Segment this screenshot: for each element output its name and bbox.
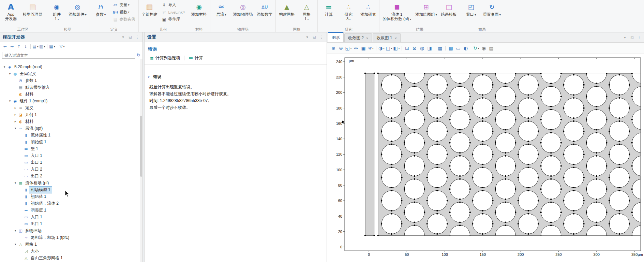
ribbon-button[interactable]: =计算 [319, 1, 338, 17]
expander-icon[interactable]: ▸ [13, 120, 18, 123]
ribbon-button[interactable]: ≈层流▾ [212, 1, 231, 18]
error-section-header[interactable]: ▾ 错误 [148, 74, 323, 80]
close-icon[interactable]: × [366, 36, 368, 40]
close-icon[interactable]: × [394, 36, 396, 40]
zoom-box-button[interactable]: ◱▾ [345, 44, 352, 52]
ribbon-button[interactable]: ▦全部构建 [140, 1, 159, 17]
collapse-all-button[interactable]: ▤▾ [32, 43, 39, 50]
tree-item[interactable]: ▬润湿壁 1 [0, 207, 140, 214]
zoom-in-button[interactable]: ⊕ [330, 44, 337, 52]
ribbon-button[interactable]: ⊞添加绘图组▾ [414, 1, 439, 18]
plot-canvas[interactable]: 0501001502002503003500204060801001201401… [327, 54, 644, 262]
pan-button[interactable]: ↔ [352, 44, 360, 52]
tree-item[interactable]: ▭出口 1 [0, 159, 140, 166]
ribbon-button[interactable]: ◰窗口▾ [462, 1, 481, 18]
tree-item[interactable]: ▾◫多物理场 [0, 227, 140, 234]
ribbon-button[interactable]: ◉添加材料 [190, 1, 209, 17]
tree-item[interactable]: ▬壁 1 [0, 145, 140, 152]
ribbon-button[interactable]: ⇄LiveLink▾ [160, 9, 186, 16]
tree-item[interactable]: ▾◈5.20.mph (root) [0, 63, 140, 70]
tree-item[interactable]: ▸◐材料 [0, 118, 140, 125]
ribbon-button[interactable]: ▣零件库 [160, 16, 186, 23]
tree-item[interactable]: ▤默认模型输入 [0, 84, 140, 91]
show-grid-button[interactable]: ▩ [447, 44, 454, 52]
ribbon-button[interactable]: ∴添加研究 [359, 1, 378, 17]
expander-icon[interactable]: ▸ [13, 113, 18, 116]
graphics-tab[interactable]: 图形 [328, 32, 344, 42]
tree-item[interactable]: ▮相场模型 1 [0, 186, 140, 193]
menu-button[interactable]: ⋮ [135, 35, 140, 39]
ribbon-button[interactable]: f(x)函数▾ [111, 9, 137, 16]
expander-icon[interactable]: ▾ [13, 243, 18, 246]
move-down-button[interactable]: ↓ [22, 43, 29, 50]
tree-item[interactable]: ▮初始值 1 [0, 139, 140, 145]
appearance-button[interactable]: ◑▾ [378, 44, 385, 52]
nav-back-button[interactable]: ← [2, 43, 9, 50]
tree-item[interactable]: ▾◍全局定义 [0, 70, 140, 77]
tree-item[interactable]: ◿大小 [0, 248, 140, 254]
ribbon-button[interactable]: ⇩导入 [160, 1, 186, 9]
ribbon-button[interactable]: a=变量▾ [111, 1, 137, 9]
image-layers-button[interactable]: ◫▾ [385, 44, 393, 52]
collapse-button[interactable]: ▾ [121, 35, 125, 39]
tree-item[interactable]: ◐材料 [0, 91, 140, 98]
select-button[interactable]: ⊡ [403, 44, 411, 52]
graphics-tab[interactable]: 收敛图 1× [373, 33, 400, 42]
expander-icon[interactable]: ▾ [13, 181, 18, 185]
tree-scrollbar[interactable] [140, 59, 143, 262]
ribbon-button[interactable]: ↻重置桌面▾ [481, 1, 503, 18]
zoom-out-button[interactable]: ⊖ [337, 44, 345, 52]
move-up-button[interactable]: ↑ [15, 43, 22, 50]
color-scheme-button[interactable]: ◧▾ [393, 44, 400, 52]
tree-item[interactable]: ▾▦流体相场 (pf) [0, 179, 140, 186]
ribbon-button[interactable]: △网格1▾ [297, 1, 316, 22]
tree-item[interactable]: ▭出口 2 [0, 173, 140, 179]
expander-icon[interactable]: ▾ [8, 99, 12, 103]
expander-icon[interactable]: ▾ [13, 229, 18, 232]
ribbon-button[interactable]: AApp开发器 [1, 1, 20, 22]
tree-item[interactable]: ▸◪几何 1 [0, 111, 140, 118]
filter-input[interactable] [2, 52, 135, 59]
ribbon-button[interactable]: ■流体 1的体积分数 (pf)▾ [381, 1, 413, 22]
tree-item[interactable]: ▭出口 1 [0, 220, 140, 227]
expand-all-button[interactable]: ▥▾ [39, 43, 46, 50]
plot-refresh-button[interactable]: ↻▾ [473, 44, 480, 52]
show-columns-button[interactable]: ▦▾ [49, 43, 56, 50]
scrollbar-thumb[interactable] [140, 116, 142, 177]
ribbon-button[interactable]: Pi参数▾ [91, 1, 110, 18]
compute-button[interactable]: =计算 [186, 54, 205, 62]
refresh-icon[interactable]: ↻ [137, 53, 140, 57]
nav-forward-button[interactable]: → [9, 43, 15, 50]
ribbon-button[interactable]: ▤模型管理器 [21, 1, 44, 17]
tree-item[interactable]: ▾△网格 1 [0, 241, 140, 248]
expander-icon[interactable]: ▾ [8, 72, 12, 75]
graphics-tab[interactable]: 收敛图 2× [344, 33, 372, 42]
float-button[interactable]: ◱ [128, 35, 133, 39]
zoom-extents-button[interactable]: ▣ [360, 44, 367, 52]
tree-item[interactable]: ≈两相流，相场 1 (tpf1) [0, 234, 140, 241]
ribbon-button[interactable]: ◎添加组件▾ [67, 1, 88, 18]
ribbon-button[interactable]: ◉组件1▾ [47, 1, 66, 22]
tree-item[interactable]: ▮初始值，流体 2 [0, 200, 140, 207]
collapse-button[interactable]: ▾ [623, 35, 627, 39]
snapshot-button[interactable]: ◉ [480, 44, 488, 52]
tree-item[interactable]: △自由三角形网格 1 [0, 254, 140, 261]
tree-item[interactable]: ▸≡定义 [0, 104, 140, 111]
tree-item[interactable]: ▾≈层流 (spf) [0, 125, 140, 132]
tree-item[interactable]: ▮初始值 1 [0, 193, 140, 200]
ribbon-button[interactable]: ▤参数实例 [111, 16, 137, 23]
ribbon-button[interactable]: ◎添加物理场 [231, 1, 255, 17]
menu-button[interactable]: ⋮ [637, 35, 642, 39]
menu-button[interactable]: ⋮ [319, 35, 324, 39]
show-labels-button[interactable]: ▭ [454, 44, 462, 52]
compute-to-selected-button[interactable]: ≡计算到选定项 [148, 54, 182, 62]
expander-icon[interactable]: ▾ [13, 127, 18, 130]
view-axes-button[interactable]: xy▾ [367, 44, 375, 52]
print-button[interactable]: ▤ [488, 44, 495, 52]
tree-item[interactable]: ▾◉组件 1 (comp1) [0, 98, 140, 104]
float-button[interactable]: ◱ [630, 35, 634, 39]
ribbon-button[interactable]: ∴研究3▾ [339, 1, 358, 22]
tree-item[interactable]: ▭入口 2 [0, 166, 140, 173]
expander-icon[interactable]: ▾ [2, 65, 7, 69]
deselect-button[interactable]: ⊠ [411, 44, 418, 52]
